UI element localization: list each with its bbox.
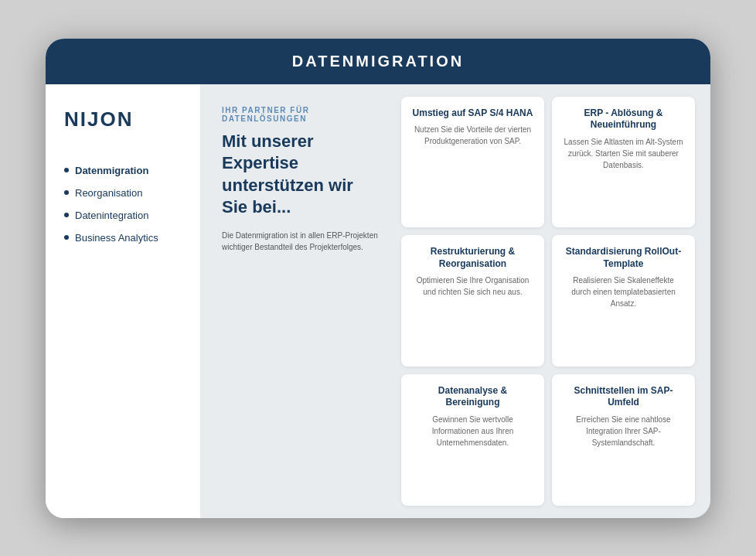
- card-title: Schnittstellen im SAP-Umfeld: [563, 385, 684, 409]
- main-description: Die Datenmigration ist in allen ERP-Proj…: [222, 230, 383, 253]
- nav-dot: [64, 190, 69, 195]
- service-card[interactable]: Schnittstellen im SAP-Umfeld Erreichen S…: [552, 374, 695, 506]
- card-description: Optimieren Sie Ihre Organisation und ric…: [412, 275, 533, 298]
- card-title: Restrukturierung & Reorganisation: [412, 246, 533, 270]
- card-description: Lassen Sie Altlasten im Alt-System zurüc…: [563, 136, 684, 171]
- main-heading: Mit unserer Expertise unterstützen wir S…: [222, 131, 383, 219]
- sidebar-nav-item[interactable]: Datenmigration: [64, 159, 185, 182]
- cards-grid: Umstieg auf SAP S/4 HANA Nutzen Sie die …: [401, 84, 710, 518]
- page-header: DATENMIGRATION: [46, 39, 710, 84]
- service-card[interactable]: Standardisierung RollOut-Template Realis…: [552, 235, 695, 367]
- card-description: Realisieren Sie Skaleneffekte durch eine…: [563, 275, 684, 309]
- left-panel: IHR PARTNER FÜR DATENLÖSUNGEN Mit unsere…: [200, 84, 401, 518]
- content-wrapper: IHR PARTNER FÜR DATENLÖSUNGEN Mit unsere…: [200, 84, 710, 518]
- service-card[interactable]: ERP - Ablösung & Neueinführung Lassen Si…: [552, 97, 695, 228]
- card-title: Umstieg auf SAP S/4 HANA: [412, 107, 533, 120]
- service-card[interactable]: Restrukturierung & Reorganisation Optimi…: [401, 235, 544, 367]
- nav-container: Datenmigration Reorganisation Dateninteg…: [64, 159, 185, 249]
- nav-dot: [64, 235, 69, 240]
- card-description: Gewinnen Sie wertvolle Informationen aus…: [412, 414, 533, 449]
- nav-label: Datenintegration: [75, 210, 148, 221]
- card-title: Standardisierung RollOut-Template: [563, 246, 684, 270]
- card-description: Erreichen Sie eine nahtlose Integration …: [563, 414, 684, 449]
- sidebar-nav-item[interactable]: Reorganisation: [64, 182, 185, 204]
- sidebar-nav-item[interactable]: Datenintegration: [64, 204, 185, 227]
- nav-dot: [64, 213, 69, 217]
- nav-label: Datenmigration: [75, 165, 148, 176]
- app-container: DATENMIGRATION NIJON Datenmigration Reor…: [46, 39, 710, 518]
- service-card[interactable]: Datenanalyse & Bereinigung Gewinnen Sie …: [401, 374, 544, 506]
- nav-dot: [64, 168, 69, 172]
- nav-label: Business Analytics: [75, 232, 158, 244]
- service-card[interactable]: Umstieg auf SAP S/4 HANA Nutzen Sie die …: [401, 97, 544, 228]
- body-row: NIJON Datenmigration Reorganisation Date…: [46, 84, 710, 518]
- logo: NIJON: [64, 107, 185, 131]
- header-title: DATENMIGRATION: [292, 53, 464, 70]
- card-title: ERP - Ablösung & Neueinführung: [563, 107, 684, 131]
- subtitle: IHR PARTNER FÜR DATENLÖSUNGEN: [222, 106, 383, 123]
- sidebar-nav-item[interactable]: Business Analytics: [64, 227, 185, 249]
- device-frame: DATENMIGRATION NIJON Datenmigration Reor…: [46, 39, 710, 518]
- nav-label: Reorganisation: [75, 187, 142, 199]
- sidebar: NIJON Datenmigration Reorganisation Date…: [46, 84, 200, 518]
- card-description: Nutzen Sie die Vorteile der vierten Prod…: [412, 124, 533, 147]
- card-title: Datenanalyse & Bereinigung: [412, 385, 533, 409]
